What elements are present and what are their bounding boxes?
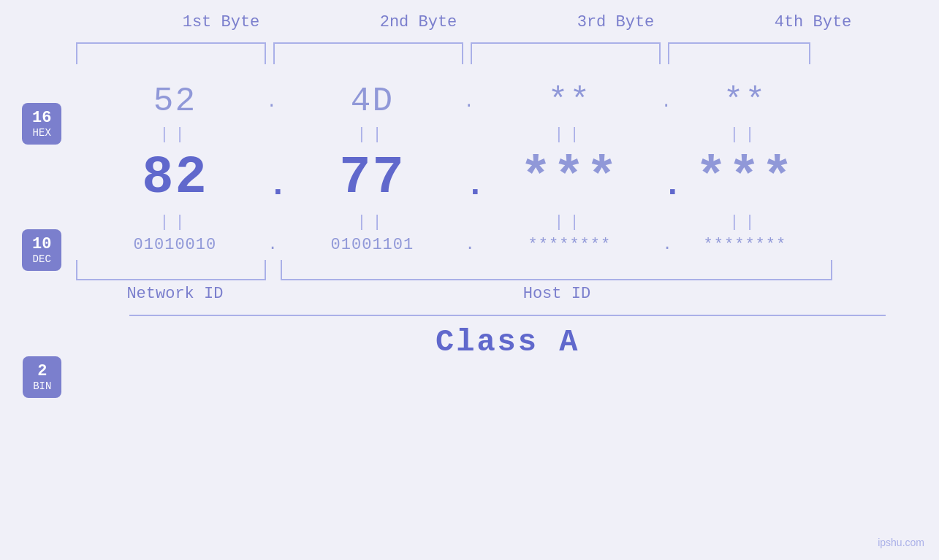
dec-num: 10 <box>32 235 51 253</box>
bracket-3 <box>471 42 661 64</box>
hex-value-2: 4D <box>351 83 394 120</box>
hex-label: HEX <box>32 127 51 139</box>
eq5: || <box>76 213 273 231</box>
bracket-4 <box>668 42 810 64</box>
dec-label: DEC <box>32 253 51 265</box>
bin-value-1: 01010010 <box>134 236 217 254</box>
hex-cell-4: ** <box>668 83 821 120</box>
bin-cell-2: 01001101 <box>273 236 471 254</box>
bracket-gap <box>273 260 281 280</box>
byte-headers: 1st Byte 2nd Byte 3rd Byte 4th Byte <box>0 13 939 31</box>
eq8: || <box>668 213 821 231</box>
dec-value-2: 77 <box>339 148 405 208</box>
equals-hex-dec: || || || || <box>76 123 939 145</box>
watermark: ipshu.com <box>878 537 924 548</box>
class-label: Class A <box>76 325 939 360</box>
eq7: || <box>471 213 668 231</box>
bin-value-4: ******** <box>704 236 787 254</box>
dec-row: 82 . 77 . *** . *** <box>76 148 939 208</box>
byte-header-4: 4th Byte <box>715 13 912 31</box>
bin-num: 2 <box>33 362 51 380</box>
bin-value-2: 01001101 <box>331 236 414 254</box>
byte-header-2: 2nd Byte <box>320 13 517 31</box>
dec-cell-2: 77 <box>273 148 471 208</box>
dec-value-1: 82 <box>142 148 208 208</box>
hex-cell-3: ** <box>471 83 668 120</box>
byte-header-3: 3rd Byte <box>517 13 715 31</box>
eq6: || <box>273 213 471 231</box>
bot-bracket-1 <box>76 260 266 280</box>
hex-value-4: ** <box>723 83 767 120</box>
hex-num: 16 <box>32 109 51 127</box>
id-labels: Network ID Host ID <box>76 285 939 303</box>
dec-cell-4: *** <box>668 148 821 208</box>
bin-label: BIN <box>33 380 51 392</box>
byte-header-1: 1st Byte <box>123 13 320 31</box>
eq3: || <box>471 126 668 144</box>
hex-value-1: 52 <box>153 83 197 120</box>
bot-bracket-2-4 <box>281 260 832 280</box>
bin-cell-3: ******** <box>471 236 668 254</box>
main-container: 1st Byte 2nd Byte 3rd Byte 4th Byte 16 H… <box>0 0 939 560</box>
top-brackets <box>76 42 939 64</box>
equals-dec-bin: || || || || <box>76 211 939 233</box>
eq4: || <box>668 126 821 144</box>
hex-value-3: ** <box>548 83 591 120</box>
dec-badge: 10 DEC <box>22 229 61 271</box>
bottom-brackets <box>76 260 939 280</box>
bin-cell-4: ******** <box>668 236 821 254</box>
bin-value-3: ******** <box>528 236 612 254</box>
dec-value-3: *** <box>520 148 620 208</box>
dec-value-4: *** <box>696 148 795 208</box>
bin-cell-1: 01010010 <box>76 236 273 254</box>
base-labels: 16 HEX 10 DEC 2 BIN <box>22 61 76 440</box>
network-id-label: Network ID <box>76 285 273 303</box>
bracket-2 <box>273 42 463 64</box>
hex-cell-1: 52 <box>76 83 273 120</box>
dec-cell-3: *** <box>471 148 668 208</box>
hex-row: 52 . 4D . ** . ** <box>76 83 939 120</box>
class-section: Class A <box>76 315 939 360</box>
bin-badge: 2 BIN <box>23 356 61 398</box>
class-bar <box>129 315 886 316</box>
hex-cell-2: 4D <box>273 83 471 120</box>
eq2: || <box>273 126 471 144</box>
host-id-label: Host ID <box>281 285 832 303</box>
eq1: || <box>76 126 273 144</box>
dec-cell-1: 82 <box>76 148 273 208</box>
bin-row: 01010010 . 01001101 . ******** . *******… <box>76 236 939 254</box>
hex-badge: 16 HEX <box>22 103 61 145</box>
data-area: 52 . 4D . ** . ** || || || || <box>76 39 939 360</box>
main-grid: 16 HEX 10 DEC 2 BIN <box>0 39 939 560</box>
bracket-1 <box>76 42 266 64</box>
